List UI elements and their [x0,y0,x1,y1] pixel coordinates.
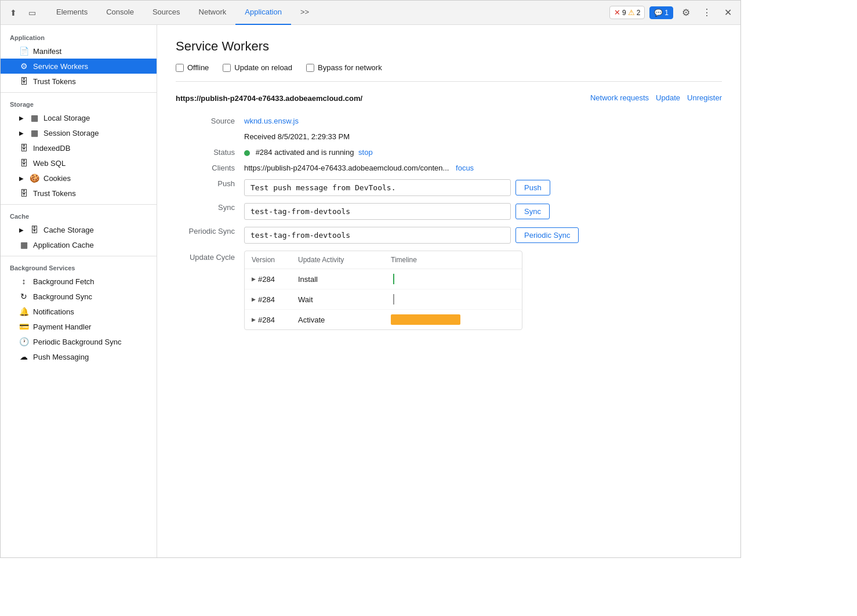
sidebar-item-service-workers[interactable]: ⚙ Service Workers [1,59,157,74]
sidebar-section-application: Application [1,30,157,44]
settings-icon[interactable]: ⚙ [678,5,694,21]
divider-bg-services [1,256,157,256]
cursor-icon[interactable]: ⬆ [5,5,21,21]
web-sql-icon: 🗄 [19,158,28,168]
sidebar-storage-label: Trust Tokens [33,77,76,86]
sidebar-item-storage[interactable]: 🗄 Trust Tokens [1,74,157,89]
divider-cache [1,204,157,205]
sidebar-item-push-messaging[interactable]: ☁ Push Messaging [1,349,157,364]
close-icon[interactable]: ✕ [720,5,736,21]
update-on-reload-label: Update on reload [234,63,292,72]
timeline-wait [391,294,515,305]
sidebar-session-storage-label: Session Storage [43,129,99,137]
chevron-cache-storage: ▶ [19,227,24,233]
sync-button[interactable]: Sync [515,204,550,219]
push-button[interactable]: Push [515,180,550,195]
notifications-icon: 🔔 [19,307,28,316]
sidebar-web-sql-label: Web SQL [33,159,66,168]
tri-wait: ▶ [252,296,256,302]
push-input[interactable] [244,179,511,196]
sidebar-section-cache-label: Cache [1,208,157,222]
push-label: Push [176,176,239,200]
update-cycle-table: Version Update Activity Timeline ▶ #284 … [244,251,522,330]
periodic-sync-button[interactable]: Periodic Sync [515,227,579,243]
clients-value: https://publish-p24704-e76433.adobeaemcl… [239,160,722,176]
sidebar-item-periodic-bg-sync[interactable]: 🕐 Periodic Background Sync [1,334,157,349]
info-icon: 💬 [654,9,663,17]
sidebar-item-application-cache[interactable]: ▦ Application Cache [1,237,157,252]
activity-wait: Wait [298,295,391,304]
sidebar-application-cache-label: Application Cache [33,241,94,249]
update-link[interactable]: Update [656,93,680,102]
sidebar-item-trust-tokens[interactable]: 🗄 Trust Tokens [1,186,157,201]
push-input-row: Push [244,179,717,196]
error-badge[interactable]: ✕ 9 ⚠ 2 [609,6,645,19]
bg-sync-icon: ↻ [19,292,28,301]
tab-sources[interactable]: Sources [143,1,190,25]
sw-entry: https://publish-p24704-e76433.adobeaemcl… [176,93,722,334]
cookies-icon: 🍪 [30,173,39,183]
error-count: 9 [622,9,626,17]
sync-input[interactable] [244,203,511,220]
sidebar-item-session-storage[interactable]: ▶ ▦ Session Storage [1,125,157,140]
tab-network[interactable]: Network [190,1,236,25]
mobile-icon[interactable]: ▭ [24,5,40,21]
sidebar-trust-tokens-label: Trust Tokens [33,189,76,198]
stop-link[interactable]: stop [358,148,373,157]
tab-more[interactable]: >> [291,1,318,25]
sidebar-item-notifications[interactable]: 🔔 Notifications [1,304,157,319]
update-cycle-header: Version Update Activity Timeline [245,251,522,269]
sidebar-item-indexeddb[interactable]: 🗄 IndexedDB [1,140,157,155]
push-value: Push [239,176,722,200]
col-timeline: Timeline [391,256,515,264]
sidebar-item-manifest[interactable]: 📄 Manifest [1,44,157,59]
periodic-sync-row: Periodic Sync Periodic Sync [176,223,722,247]
bypass-for-network-input[interactable] [306,64,314,72]
periodic-sync-input[interactable] [244,227,511,244]
col-activity: Update Activity [298,256,391,264]
bypass-for-network-checkbox[interactable]: Bypass for network [306,63,382,72]
sidebar-notifications-label: Notifications [33,307,74,316]
update-on-reload-input[interactable] [223,64,231,72]
sidebar-item-web-sql[interactable]: 🗄 Web SQL [1,155,157,171]
more-icon[interactable]: ⋮ [699,5,715,21]
sidebar-item-local-storage[interactable]: ▶ ▦ Local Storage [1,110,157,125]
divider-storage [1,92,157,93]
content-panel: Service Workers Offline Update on reload… [157,25,740,557]
bypass-for-network-label: Bypass for network [318,63,382,72]
options-row: Offline Update on reload Bypass for netw… [176,63,722,82]
sidebar-item-payment-handler[interactable]: 💳 Payment Handler [1,319,157,334]
sidebar-item-bg-sync[interactable]: ↻ Background Sync [1,289,157,304]
unregister-link[interactable]: Unregister [687,93,722,102]
sidebar-item-cookies[interactable]: ▶ 🍪 Cookies [1,171,157,186]
sidebar-indexeddb-label: IndexedDB [33,144,70,153]
sidebar-item-cache-storage[interactable]: ▶ 🗄 Cache Storage [1,222,157,237]
source-label: Source [176,113,239,129]
offline-checkbox[interactable]: Offline [176,63,209,72]
timeline-install [391,274,515,284]
tab-elements[interactable]: Elements [47,1,97,25]
info-badge[interactable]: 💬 1 [649,6,673,19]
sync-row: Sync Sync [176,200,722,223]
sidebar-item-bg-fetch[interactable]: ↕ Background Fetch [1,274,157,289]
version-activate-num: #284 [258,316,275,324]
offline-checkbox-input[interactable] [176,64,184,72]
tab-console[interactable]: Console [97,1,143,25]
sync-input-row: Sync [244,203,717,220]
storage-icon: 🗄 [19,77,28,86]
sw-actions: Network requests Update Unregister [590,93,722,102]
sidebar-manifest-label: Manifest [33,47,61,56]
tab-application[interactable]: Application [235,1,291,25]
offline-label: Offline [187,63,209,72]
update-cycle-value: Version Update Activity Timeline ▶ #284 … [239,247,722,334]
periodic-bg-sync-icon: 🕐 [19,337,28,346]
update-on-reload-checkbox[interactable]: Update on reload [223,63,292,72]
sidebar-payment-handler-label: Payment Handler [33,323,91,331]
focus-link[interactable]: focus [456,164,474,172]
tri-activate: ▶ [252,317,256,323]
toolbar-right: ✕ 9 ⚠ 2 💬 1 ⚙ ⋮ ✕ [609,5,736,21]
manifest-icon: 📄 [19,46,28,56]
source-file-link[interactable]: wknd.us.ensw.js [244,117,299,125]
cycle-row-wait: ▶ #284 Wait [245,289,522,310]
network-requests-link[interactable]: Network requests [590,93,649,102]
